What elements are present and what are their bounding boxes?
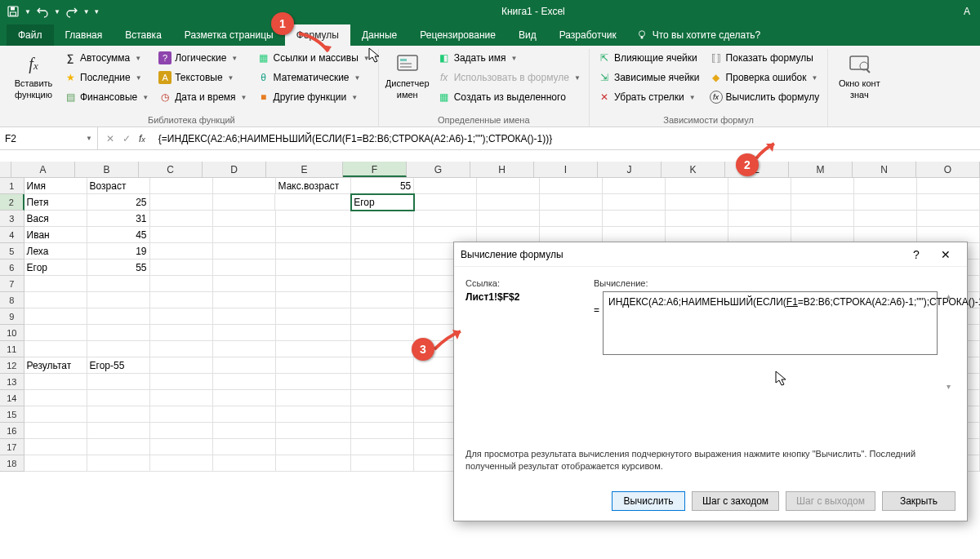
step-in-button[interactable]: Шаг с заходом bbox=[692, 491, 779, 511]
cell-E3[interactable] bbox=[276, 211, 352, 227]
cell-C13[interactable] bbox=[150, 374, 213, 390]
cell-C1[interactable] bbox=[150, 178, 213, 194]
row-header-13[interactable]: 13 bbox=[0, 374, 24, 390]
more-fn-button[interactable]: ■Другие функции▼ bbox=[254, 88, 373, 106]
tab-view[interactable]: Вид bbox=[507, 24, 548, 46]
column-header-D[interactable]: D bbox=[203, 162, 266, 177]
cell-H4[interactable] bbox=[477, 227, 540, 243]
cell-G2[interactable] bbox=[414, 194, 477, 211]
evaluate-formula-button[interactable]: fxВычислить формулу bbox=[706, 88, 823, 106]
cell-E9[interactable] bbox=[276, 308, 352, 325]
column-header-E[interactable]: E bbox=[266, 162, 343, 177]
column-header-C[interactable]: C bbox=[139, 162, 203, 177]
cell-O2[interactable] bbox=[917, 194, 980, 211]
cell-A4[interactable]: Иван bbox=[24, 227, 87, 243]
cell-B8[interactable] bbox=[87, 292, 150, 308]
cell-F3[interactable] bbox=[351, 211, 414, 227]
cell-I2[interactable] bbox=[540, 194, 603, 211]
cell-D15[interactable] bbox=[213, 406, 276, 423]
cancel-icon[interactable]: ✕ bbox=[106, 133, 114, 144]
cell-F4[interactable] bbox=[351, 227, 414, 243]
column-header-G[interactable]: G bbox=[407, 162, 470, 177]
cell-J3[interactable] bbox=[603, 211, 666, 227]
cell-A7[interactable] bbox=[24, 276, 87, 292]
cell-H1[interactable] bbox=[477, 178, 540, 194]
column-header-A[interactable]: A bbox=[11, 162, 75, 177]
cell-B5[interactable]: 19 bbox=[87, 243, 150, 260]
cell-B4[interactable]: 45 bbox=[87, 227, 150, 243]
close-dialog-button[interactable]: Закрыть bbox=[882, 491, 956, 511]
close-button[interactable]: ✕ bbox=[931, 242, 960, 267]
cell-B10[interactable] bbox=[87, 325, 150, 341]
cell-D11[interactable] bbox=[213, 341, 276, 357]
row-header-15[interactable]: 15 bbox=[0, 406, 24, 423]
cell-D6[interactable] bbox=[213, 260, 276, 276]
error-check-button[interactable]: ◆Проверка ошибок▼ bbox=[706, 69, 823, 87]
cell-N4[interactable] bbox=[854, 227, 917, 243]
cell-A16[interactable] bbox=[24, 423, 87, 439]
cell-L1[interactable] bbox=[728, 178, 791, 194]
cell-A15[interactable] bbox=[24, 406, 87, 423]
cell-B12[interactable]: Егор-55 bbox=[87, 357, 150, 374]
cell-F14[interactable] bbox=[351, 390, 414, 406]
cell-B18[interactable] bbox=[87, 455, 150, 472]
cell-K4[interactable] bbox=[666, 227, 728, 243]
recent-button[interactable]: ★Последние▼ bbox=[60, 69, 152, 87]
cell-D8[interactable] bbox=[213, 292, 276, 308]
cell-E5[interactable] bbox=[276, 243, 352, 260]
cell-B13[interactable] bbox=[87, 374, 150, 390]
column-header-F[interactable]: F bbox=[343, 162, 407, 177]
show-formulas-button[interactable]: ⟦⟧Показать формулы bbox=[706, 49, 823, 67]
cell-J4[interactable] bbox=[603, 227, 666, 243]
cell-C12[interactable] bbox=[150, 357, 213, 374]
cell-M1[interactable] bbox=[791, 178, 854, 194]
cell-E8[interactable] bbox=[276, 292, 352, 308]
cell-D1[interactable] bbox=[213, 178, 276, 194]
row-header-8[interactable]: 8 bbox=[0, 292, 24, 308]
cell-C9[interactable] bbox=[150, 308, 213, 325]
cell-E16[interactable] bbox=[276, 423, 352, 439]
tab-review[interactable]: Рецензирование bbox=[408, 24, 507, 46]
cell-C14[interactable] bbox=[150, 390, 213, 406]
chevron-down-icon[interactable]: ▼ bbox=[86, 135, 92, 142]
cell-A8[interactable] bbox=[24, 292, 87, 308]
row-header-9[interactable]: 9 bbox=[0, 308, 24, 325]
cell-C18[interactable] bbox=[150, 455, 213, 472]
cell-G3[interactable] bbox=[414, 211, 477, 227]
cell-L2[interactable] bbox=[728, 194, 791, 211]
cell-M2[interactable] bbox=[791, 194, 854, 211]
cell-E10[interactable] bbox=[276, 325, 352, 341]
cell-C4[interactable] bbox=[150, 227, 213, 243]
insert-function-button[interactable]: fx Вставить функцию bbox=[10, 49, 57, 101]
cell-O1[interactable] bbox=[917, 178, 980, 194]
cell-C7[interactable] bbox=[150, 276, 213, 292]
cell-L4[interactable] bbox=[728, 227, 791, 243]
cell-J2[interactable] bbox=[603, 194, 666, 211]
row-header-2[interactable]: 2 bbox=[0, 194, 24, 211]
cell-E18[interactable] bbox=[276, 455, 352, 472]
cell-B7[interactable] bbox=[87, 276, 150, 292]
row-header-12[interactable]: 12 bbox=[0, 357, 24, 374]
financial-button[interactable]: ▤Финансовые▼ bbox=[60, 88, 152, 106]
autosum-button[interactable]: ∑Автосумма▼ bbox=[60, 49, 152, 67]
row-header-10[interactable]: 10 bbox=[0, 325, 24, 341]
row-header-7[interactable]: 7 bbox=[0, 276, 24, 292]
row-header-16[interactable]: 16 bbox=[0, 423, 24, 439]
cell-B15[interactable] bbox=[87, 406, 150, 423]
cell-A18[interactable] bbox=[24, 455, 87, 472]
cell-C17[interactable] bbox=[150, 439, 213, 455]
tell-me[interactable]: Что вы хотите сделать? bbox=[628, 24, 769, 46]
cell-E1[interactable]: Макс.возраст bbox=[276, 178, 352, 194]
tab-data[interactable]: Данные bbox=[350, 24, 408, 46]
cell-D5[interactable] bbox=[213, 243, 276, 260]
cell-F5[interactable] bbox=[351, 243, 414, 260]
row-header-11[interactable]: 11 bbox=[0, 341, 24, 357]
use-in-formula-button[interactable]: fxИспользовать в формуле▼ bbox=[434, 69, 584, 87]
tab-file[interactable]: Файл bbox=[7, 24, 54, 46]
name-box[interactable]: ▼ bbox=[0, 127, 98, 149]
cell-D3[interactable] bbox=[213, 211, 276, 227]
cell-F10[interactable] bbox=[351, 325, 414, 341]
cell-D16[interactable] bbox=[213, 423, 276, 439]
cell-B3[interactable]: 31 bbox=[87, 211, 150, 227]
cell-F11[interactable] bbox=[351, 341, 414, 357]
